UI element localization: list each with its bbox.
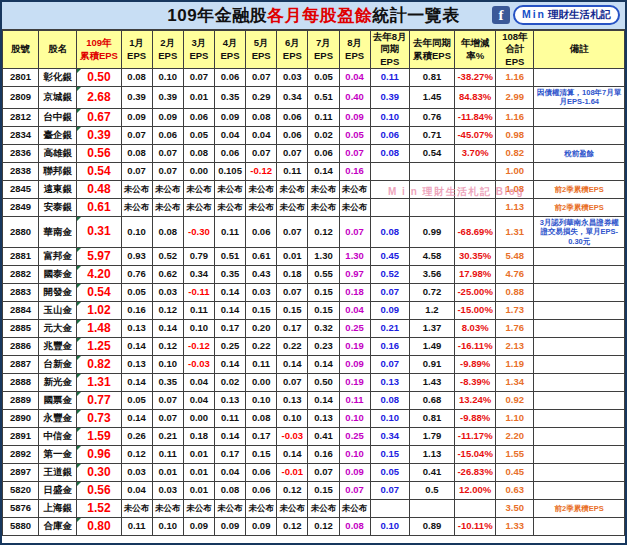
col-header-m6: 6月 EPS	[277, 31, 308, 69]
cell-month-2: 0.10	[152, 69, 183, 87]
cell-eps108: 1.19	[496, 355, 534, 373]
cell-stock-code: 2887	[3, 355, 39, 373]
excel-flag-icon	[77, 217, 81, 221]
cell-month-6: 未公布	[277, 198, 308, 216]
cell-month-5: 0.43	[246, 265, 277, 283]
cell-month-7: 0.32	[308, 319, 339, 337]
col-header-m4: 4月 EPS	[214, 31, 245, 69]
cell-month-4: 0.14	[214, 427, 245, 445]
cell-month-1: 0.13	[121, 355, 152, 373]
cell-month-6: 0.03	[277, 69, 308, 87]
cell-prev-aug-eps: 0.52	[370, 265, 409, 283]
cell-prev-aug-eps: 0.11	[370, 69, 409, 87]
brand-name-zh: 理財生活札記	[548, 8, 611, 22]
cell-note	[534, 283, 625, 301]
page-title: 109年金融股各月每股盈餘統計一覽表	[167, 4, 459, 27]
cell-month-7: 0.16	[308, 445, 339, 463]
cell-prev-cum-eps: 1.45	[409, 87, 454, 109]
cell-month-3: -0.12	[183, 337, 214, 355]
excel-flag-icon	[77, 284, 81, 288]
cell-month-5: 0.06	[246, 481, 277, 499]
cell-prev-aug-eps: 0.07	[370, 481, 409, 499]
col-header-yoy: 年增減 率%	[455, 31, 496, 69]
table-row: 2809京城銀2.680.390.390.010.350.290.340.510…	[3, 87, 625, 109]
cell-month-6: 0.11	[277, 162, 308, 180]
brand-name-en: Min	[522, 8, 546, 22]
cell-yoy-rate: -9.88%	[455, 409, 496, 427]
cell-month-4: 0.14	[214, 283, 245, 301]
cell-stock-code: 2885	[3, 319, 39, 337]
cell-month-7: 0.14	[308, 355, 339, 373]
table-row: 2849安泰銀0.61未公布未公布未公布未公布未公布未公布未公布未公布1.13前…	[3, 198, 625, 216]
cell-month-8: 0.97	[339, 265, 370, 283]
brand-badge[interactable]: f Min 理財生活札記	[492, 5, 620, 25]
cell-stock-code: 2884	[3, 301, 39, 319]
cell-month-7: 未公布	[308, 198, 339, 216]
cell-month-4: 0.11	[214, 216, 245, 247]
cell-yoy-rate: -26.83%	[455, 463, 496, 481]
cell-stock-code: 2882	[3, 265, 39, 283]
cell-month-7: 0.55	[308, 265, 339, 283]
cell-month-5: 0.00	[246, 373, 277, 391]
cell-yoy-rate: 8.03%	[455, 319, 496, 337]
cell-prev-aug-eps: 0.45	[370, 247, 409, 265]
cell-note	[534, 373, 625, 391]
col-header-note: 備註	[534, 31, 625, 69]
cell-month-5: 未公布	[246, 180, 277, 198]
cell-month-1: 0.07	[121, 162, 152, 180]
cell-eps109: 0.82	[77, 355, 121, 373]
cell-stock-name: 永豐金	[39, 409, 77, 427]
cell-month-6: 0.07	[277, 283, 308, 301]
table-row: 2882國泰金4.200.760.620.340.350.430.180.550…	[3, 265, 625, 283]
cell-stock-name: 京城銀	[39, 87, 77, 109]
cell-prev-aug-eps: 0.16	[370, 337, 409, 355]
cell-month-3: 0.79	[183, 247, 214, 265]
cell-eps109: 0.39	[77, 126, 121, 144]
excel-flag-icon	[77, 87, 81, 91]
cell-stock-name: 第一金	[39, 445, 77, 463]
cell-prev-cum-eps: 0.81	[409, 409, 454, 427]
cell-note	[534, 265, 625, 283]
cell-month-3: 0.01	[183, 445, 214, 463]
cell-note	[534, 301, 625, 319]
cell-stock-code: 2890	[3, 409, 39, 427]
cell-month-3: 0.01	[183, 463, 214, 481]
cell-eps109: 0.54	[77, 283, 121, 301]
excel-flag-icon	[77, 392, 81, 396]
excel-flag-icon	[77, 374, 81, 378]
cell-month-7: 0.23	[308, 337, 339, 355]
excel-flag-icon	[77, 69, 81, 73]
cell-prev-cum-eps: 1.13	[409, 445, 454, 463]
cell-month-2: 未公布	[152, 499, 183, 517]
cell-prev-cum-eps: 1.37	[409, 319, 454, 337]
cell-month-8: 0.25	[339, 427, 370, 445]
cell-eps108: 0.98	[496, 126, 534, 144]
cell-prev-aug-eps: 0.21	[370, 319, 409, 337]
col-header-prev-aug: 去年8月 同期EPS	[370, 31, 409, 69]
cell-stock-name: 國泰金	[39, 265, 77, 283]
cell-stock-code: 2889	[3, 391, 39, 409]
cell-eps108: 5.48	[496, 247, 534, 265]
cell-month-7: 0.05	[308, 69, 339, 87]
cell-month-5: 0.04	[246, 126, 277, 144]
cell-stock-name: 彰化銀	[39, 69, 77, 87]
cell-prev-aug-eps: 0.34	[370, 427, 409, 445]
cell-eps109: 0.31	[77, 216, 121, 247]
excel-flag-icon	[77, 356, 81, 360]
cell-month-6: 0.14	[277, 445, 308, 463]
cell-stock-name: 玉山金	[39, 301, 77, 319]
cell-yoy-rate: -8.39%	[455, 373, 496, 391]
cell-note	[534, 517, 625, 535]
cell-prev-aug-eps: 0.07	[370, 283, 409, 301]
cell-yoy-rate	[455, 180, 496, 198]
col-header-code: 股號	[3, 31, 39, 69]
cell-month-3: 0.01	[183, 87, 214, 109]
cell-yoy-rate	[455, 499, 496, 517]
cell-note	[534, 409, 625, 427]
cell-month-7: 1.30	[308, 247, 339, 265]
cell-month-3: -0.11	[183, 283, 214, 301]
cell-eps109: 0.77	[77, 391, 121, 409]
table-row: 2890永豐金0.730.140.070.000.110.080.100.130…	[3, 409, 625, 427]
cell-month-7: 0.12	[308, 216, 339, 247]
cell-yoy-rate: -68.69%	[455, 216, 496, 247]
